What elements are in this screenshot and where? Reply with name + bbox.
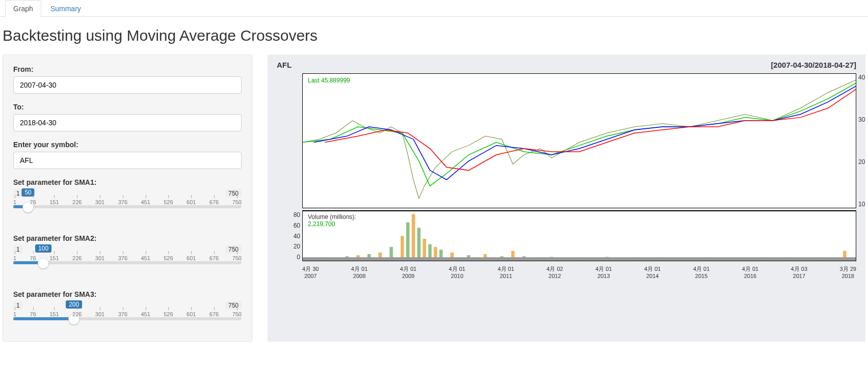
volume-chart: Volume (millions): 2,219,700 806040200 bbox=[302, 210, 856, 261]
y-tick: 10 bbox=[858, 201, 868, 208]
sma3-label: Set parameter for SMA3: bbox=[13, 290, 242, 298]
sma1-slider[interactable]: 1 750 50 176151226301376451526601676750 bbox=[13, 189, 242, 214]
slider-tick: 526 bbox=[164, 311, 173, 317]
slider-tick: 301 bbox=[95, 311, 104, 317]
vol-y-tick: 20 bbox=[280, 243, 300, 250]
slider-max: 750 bbox=[225, 301, 242, 310]
y-tick: 40 bbox=[858, 74, 868, 81]
slider-tick: 226 bbox=[72, 199, 82, 205]
slider-tick: 601 bbox=[187, 199, 196, 205]
tab-bar: Graph Summary bbox=[0, 0, 868, 17]
slider-tick: 376 bbox=[118, 311, 127, 317]
x-tick: 4月 022012 bbox=[546, 265, 563, 279]
y-tick: 30 bbox=[858, 116, 868, 123]
symbol-label: Enter your symbol: bbox=[13, 141, 242, 149]
symbol-input[interactable] bbox=[13, 152, 242, 169]
controls-panel: From: To: Enter your symbol: Set paramet… bbox=[3, 54, 252, 342]
sma1-label: Set parameter for SMA1: bbox=[13, 178, 242, 186]
x-tick: 4月 012015 bbox=[693, 265, 709, 279]
svg-rect-12 bbox=[417, 228, 421, 261]
svg-rect-9 bbox=[401, 236, 404, 261]
svg-rect-11 bbox=[412, 214, 415, 261]
slider-tick: 1 bbox=[13, 311, 16, 317]
x-tick: 4月 012009 bbox=[400, 265, 416, 279]
vol-y-tick: 0 bbox=[280, 254, 300, 261]
to-input[interactable] bbox=[13, 114, 242, 131]
slider-tick: 151 bbox=[49, 255, 59, 261]
x-tick: 4月 012008 bbox=[351, 265, 367, 279]
slider-tick: 76 bbox=[30, 255, 36, 261]
tab-graph[interactable]: Graph bbox=[5, 0, 41, 17]
slider-tick: 526 bbox=[164, 199, 173, 205]
slider-tick: 76 bbox=[30, 199, 36, 205]
sma3-value: 200 bbox=[66, 300, 82, 309]
slider-tick: 451 bbox=[141, 311, 150, 317]
x-tick: 4月 012011 bbox=[497, 265, 514, 279]
from-input[interactable] bbox=[13, 76, 242, 94]
slider-tick: 750 bbox=[232, 311, 242, 317]
slider-tick: 601 bbox=[187, 255, 196, 261]
chart-symbol: AFL bbox=[277, 61, 292, 69]
x-tick: 4月 012016 bbox=[742, 265, 758, 279]
x-tick: 3月 292018 bbox=[839, 265, 856, 279]
slider-tick: 301 bbox=[95, 255, 104, 261]
vol-y-tick: 40 bbox=[280, 233, 300, 240]
to-label: To: bbox=[13, 103, 242, 111]
slider-tick: 226 bbox=[72, 311, 82, 317]
y-tick: 20 bbox=[858, 158, 868, 165]
slider-tick: 76 bbox=[30, 311, 36, 317]
slider-tick: 750 bbox=[232, 199, 242, 205]
slider-tick: 451 bbox=[141, 199, 150, 205]
chart-range: [2007-04-30/2018-04-27] bbox=[771, 61, 856, 69]
page-title: Backtesting using Moving Average Crossov… bbox=[3, 27, 868, 44]
sma2-slider[interactable]: 1 750 100 176151226301376451526601676750 bbox=[13, 245, 242, 270]
slider-tick: 1 bbox=[13, 199, 16, 205]
sma2-value: 100 bbox=[35, 244, 51, 253]
slider-tick: 601 bbox=[187, 311, 196, 317]
tab-summary[interactable]: Summary bbox=[42, 0, 89, 17]
slider-tick: 526 bbox=[164, 255, 173, 261]
x-tick: 4月 032017 bbox=[791, 265, 807, 279]
x-tick: 4月 012014 bbox=[644, 265, 661, 279]
slider-tick: 226 bbox=[72, 255, 82, 261]
slider-tick: 451 bbox=[141, 255, 150, 261]
chart-panel: AFL [2007-04-30/2018-04-27] Last 45.8899… bbox=[268, 54, 865, 342]
x-tick: 4月 302007 bbox=[302, 265, 319, 279]
slider-tick: 151 bbox=[49, 199, 59, 205]
slider-max: 750 bbox=[225, 245, 242, 254]
svg-rect-47 bbox=[303, 257, 856, 261]
vol-y-tick: 60 bbox=[280, 222, 300, 229]
vol-y-tick: 80 bbox=[280, 211, 300, 218]
slider-tick: 301 bbox=[95, 199, 104, 205]
slider-tick: 376 bbox=[118, 199, 127, 205]
price-chart: Last 45.889999 40302010 bbox=[302, 73, 856, 208]
slider-max: 750 bbox=[225, 189, 242, 198]
slider-tick: 676 bbox=[209, 311, 219, 317]
slider-tick: 676 bbox=[209, 199, 219, 205]
slider-tick: 676 bbox=[209, 255, 219, 261]
sma2-label: Set parameter for SMA2: bbox=[13, 234, 242, 242]
slider-tick: 376 bbox=[118, 255, 127, 261]
x-tick: 4月 012010 bbox=[449, 265, 465, 279]
svg-rect-10 bbox=[406, 223, 410, 261]
sma3-slider[interactable]: 1 750 200 176151226301376451526601676750 bbox=[13, 301, 242, 326]
from-label: From: bbox=[13, 65, 242, 73]
slider-tick: 750 bbox=[232, 255, 242, 261]
slider-tick: 151 bbox=[49, 311, 59, 317]
x-tick: 4月 012013 bbox=[595, 265, 612, 279]
slider-tick: 1 bbox=[13, 255, 16, 261]
